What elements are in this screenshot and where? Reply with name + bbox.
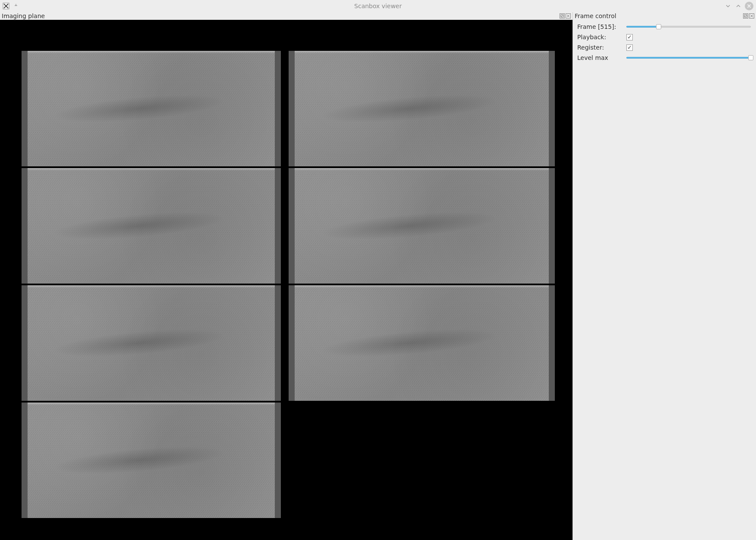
register-row: Register: ✓ (577, 44, 751, 51)
window-title: Scanbox viewer (354, 3, 401, 9)
levelmax-row: Level max (577, 54, 751, 61)
levelmax-label: Level max (577, 54, 624, 61)
dock-close-icon[interactable] (566, 13, 571, 19)
imaging-tile (289, 168, 555, 284)
imaging-view[interactable] (0, 20, 572, 540)
controls-list: Frame [515]: Playback: ✓ Register: ✓ Lev… (573, 20, 756, 61)
titlebar-right (724, 2, 753, 10)
control-panel-title: Frame control (575, 12, 616, 19)
imaging-tile (22, 168, 281, 284)
pin-icon[interactable] (13, 3, 19, 9)
dock-popout-icon[interactable] (743, 13, 748, 19)
content-area: Imaging plane (0, 12, 756, 540)
imaging-tile (289, 285, 555, 401)
frame-control-panel: Frame control Frame [515]: (573, 12, 756, 540)
playback-checkbox[interactable]: ✓ (626, 34, 633, 41)
imaging-panel-title: Imaging plane (2, 12, 45, 19)
imaging-tile (22, 285, 281, 401)
app-icon (3, 3, 9, 9)
imaging-header-icons (560, 13, 571, 19)
title-bar: Scanbox viewer (0, 0, 756, 12)
frame-row: Frame [515]: (577, 23, 751, 30)
chevron-down-icon[interactable] (724, 2, 732, 10)
chevron-up-icon[interactable] (734, 2, 742, 10)
playback-row: Playback: ✓ (577, 34, 751, 41)
dock-close-icon[interactable] (749, 13, 754, 19)
playback-label: Playback: (577, 34, 624, 41)
tile-grid (22, 51, 555, 518)
imaging-panel: Imaging plane (0, 12, 573, 540)
imaging-tile (22, 403, 281, 518)
imaging-tile (22, 51, 281, 166)
control-header-icons (743, 13, 754, 19)
imaging-tile (289, 51, 555, 166)
control-panel-header: Frame control (573, 12, 756, 20)
register-checkbox[interactable]: ✓ (626, 44, 633, 51)
frame-slider[interactable] (626, 24, 751, 29)
dock-popout-icon[interactable] (560, 13, 565, 19)
close-window-button[interactable] (745, 2, 753, 10)
frame-label: Frame [515]: (577, 23, 624, 30)
register-label: Register: (577, 44, 624, 51)
imaging-panel-header: Imaging plane (0, 12, 572, 20)
levelmax-slider[interactable] (626, 55, 751, 60)
titlebar-left (3, 3, 19, 9)
